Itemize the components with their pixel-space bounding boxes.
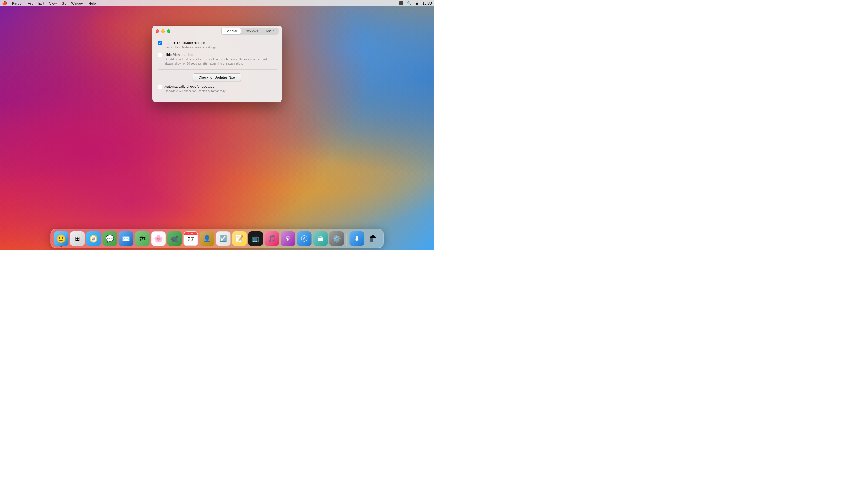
dock-item-appletv[interactable]: 📺: [248, 231, 263, 246]
dock-item-photos[interactable]: 🌸: [151, 231, 166, 246]
menubar-icon-controlcenter[interactable]: ⊞: [415, 1, 419, 5]
menubar-go[interactable]: Go: [61, 1, 66, 5]
dock-item-finder[interactable]: 🙂: [54, 231, 68, 246]
window-maximize-button[interactable]: [167, 30, 170, 33]
window-content: Launch DockMate at login Launch DockMate…: [152, 36, 282, 102]
menubar: 🍎 Finder File Edit View Go Window Help ⬛…: [0, 0, 434, 7]
launch-at-login-description: Launch DockMate automatically at login.: [165, 45, 277, 49]
menubar-left: 🍎 Finder File Edit View Go Window Help: [2, 1, 95, 6]
apple-menu[interactable]: 🍎: [2, 1, 7, 6]
dock-item-notes[interactable]: 📝: [232, 231, 247, 246]
dock-item-podcasts[interactable]: 🎙: [281, 231, 295, 246]
dock-item-systemprefs[interactable]: ⚙️: [329, 231, 344, 246]
auto-check-row: Automatically check for updates DockMate…: [158, 84, 277, 93]
dock-separator: [347, 234, 347, 246]
auto-check-checkbox[interactable]: [158, 85, 162, 89]
auto-check-text: Automatically check for updates DockMate…: [165, 84, 277, 93]
dock-item-facetime[interactable]: 📹: [167, 231, 182, 246]
auto-check-label: Automatically check for updates: [165, 84, 277, 89]
dock-item-safari[interactable]: 🧭: [86, 231, 101, 246]
dock-item-mail[interactable]: ✉️: [119, 231, 133, 246]
hide-menubar-checkbox[interactable]: [158, 53, 162, 57]
launch-at-login-label: Launch DockMate at login: [165, 41, 277, 45]
hide-menubar-label: Hide Menubar Icon: [165, 53, 277, 57]
dock-item-reminders[interactable]: ☑️: [216, 231, 230, 246]
dock-item-messages[interactable]: 💬: [102, 231, 117, 246]
menubar-finder[interactable]: Finder: [12, 1, 23, 5]
preferences-window: General Previews About Launch DockMate a…: [152, 26, 282, 102]
dock-item-downloads[interactable]: ⬇: [349, 231, 364, 246]
window-controls: [156, 30, 170, 33]
hide-menubar-row: Hide Menubar Icon DockMate will hide it'…: [158, 53, 277, 66]
menubar-window[interactable]: Window: [71, 1, 83, 5]
dock-item-trash[interactable]: 🗑: [366, 231, 380, 246]
launch-at-login-text: Launch DockMate at login Launch DockMate…: [165, 41, 277, 49]
check-updates-button[interactable]: Check for Updates Now: [193, 73, 241, 81]
launch-at-login-row: Launch DockMate at login Launch DockMate…: [158, 41, 277, 49]
dock-item-altus[interactable]: 🏔: [313, 231, 328, 246]
menubar-view[interactable]: View: [49, 1, 57, 5]
menubar-edit[interactable]: Edit: [38, 1, 44, 5]
window-minimize-button[interactable]: [161, 30, 165, 33]
window-tabs: General Previews About: [221, 27, 279, 35]
launch-at-login-checkbox[interactable]: [158, 41, 162, 45]
calendar-month: FEB: [184, 232, 198, 236]
tab-about[interactable]: About: [262, 28, 278, 34]
desktop: 🍎 Finder File Edit View Go Window Help ⬛…: [0, 0, 434, 250]
menubar-right: ⬛ 🔍 ⊞ 10:30: [399, 1, 432, 5]
menubar-icon-search[interactable]: 🔍: [407, 1, 412, 5]
dock-item-maps[interactable]: 🗺: [135, 231, 149, 246]
dock-item-contacts[interactable]: 👤: [200, 231, 214, 246]
menubar-clock: 10:30: [422, 1, 432, 5]
menubar-help[interactable]: Help: [89, 1, 96, 5]
menubar-icon-extensions[interactable]: ⬛: [399, 1, 403, 5]
dock-item-music[interactable]: 🎵: [264, 231, 279, 246]
tab-general[interactable]: General: [222, 28, 241, 34]
dock: 🙂 ⊞ 🧭 💬 ✉️ 🗺 🌸 📹: [50, 229, 384, 248]
tab-previews[interactable]: Previews: [241, 28, 262, 34]
window-close-button[interactable]: [156, 30, 159, 33]
window-titlebar: General Previews About: [152, 26, 282, 36]
hide-menubar-text: Hide Menubar Icon DockMate will hide it'…: [165, 53, 277, 66]
menubar-file[interactable]: File: [28, 1, 33, 5]
divider: [158, 69, 277, 70]
dock-item-appstore[interactable]: Ⓐ: [297, 231, 312, 246]
dock-item-calendar[interactable]: FEB 27: [183, 231, 198, 246]
hide-menubar-description: DockMate will hide it's helper applicati…: [165, 57, 277, 66]
calendar-day: 27: [188, 236, 194, 242]
auto-check-description: DockMate will check for updates automati…: [165, 89, 277, 93]
dock-item-launchpad[interactable]: ⊞: [70, 231, 84, 246]
